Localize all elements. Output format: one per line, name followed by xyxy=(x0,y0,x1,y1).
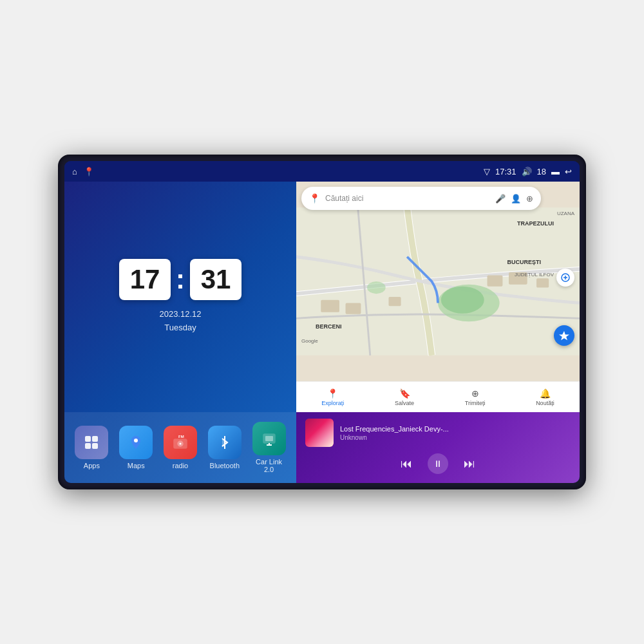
bucuresti-label: BUCUREȘTI xyxy=(507,259,541,265)
music-player: Lost Frequencies_Janieck Devy-... Unknow… xyxy=(296,412,580,483)
apps-icon xyxy=(75,426,108,459)
right-panel: 📍 Căutați aici 🎤 👤 ⊕ UZANA TRAPEZULUI BU… xyxy=(296,182,580,483)
date-display: 2023.12.12 Tuesday xyxy=(159,308,201,335)
maps-status-icon[interactable]: 📍 xyxy=(84,167,94,176)
music-text: Lost Frequencies_Janieck Devy-... Unknow… xyxy=(340,425,571,441)
trimiteți-icon: ⊕ xyxy=(471,388,479,399)
clock-separator: : xyxy=(176,264,185,295)
clock-display: 17 : 31 xyxy=(119,259,242,300)
svg-rect-21 xyxy=(388,297,401,306)
svg-rect-20 xyxy=(346,303,361,314)
signal-icon: ▽ xyxy=(484,167,490,176)
carlink-icon xyxy=(252,422,286,455)
map-search-icons: 🎤 👤 ⊕ xyxy=(495,194,533,204)
date-value: 2023.12.12 xyxy=(159,308,201,321)
uzana-label: UZANA xyxy=(557,211,574,216)
explorați-label: Explorați xyxy=(321,400,344,406)
bluetooth-label: Bluetooth xyxy=(210,462,240,469)
maps-icon xyxy=(119,426,153,459)
clock-widget: 17 : 31 2023.12.12 Tuesday xyxy=(64,182,296,412)
nav-noutăți[interactable]: 🔔 Noutăți xyxy=(536,388,554,406)
svg-rect-0 xyxy=(85,436,91,442)
home-icon[interactable]: ⌂ xyxy=(72,167,77,176)
app-item-maps[interactable]: Maps xyxy=(115,422,157,473)
volume-icon: 🔊 xyxy=(522,167,532,176)
map-section[interactable]: 📍 Căutați aici 🎤 👤 ⊕ UZANA TRAPEZULUI BU… xyxy=(296,182,580,381)
svg-point-18 xyxy=(367,281,386,294)
maps-label: Maps xyxy=(128,462,145,469)
map-navigate-button[interactable] xyxy=(554,325,574,346)
map-zoom-button[interactable] xyxy=(556,269,574,287)
svg-rect-2 xyxy=(85,443,91,449)
explorați-icon: 📍 xyxy=(327,388,338,399)
svg-point-5 xyxy=(134,439,138,442)
svg-rect-1 xyxy=(92,436,98,442)
carlink-label: Car Link 2.0 xyxy=(251,458,287,473)
radio-label: radio xyxy=(173,462,188,469)
radio-icon: FM xyxy=(164,426,197,459)
nav-explorați[interactable]: 📍 Explorați xyxy=(321,388,344,406)
layers-icon[interactable]: ⊕ xyxy=(526,194,533,204)
music-thumb-image xyxy=(305,419,334,447)
screen: ⌂ 📍 ▽ 17:31 🔊 18 ▬ ↩ 17 : xyxy=(64,161,580,483)
status-bar-left: ⌂ 📍 xyxy=(72,167,94,176)
apps-label: Apps xyxy=(84,462,100,469)
volume-level: 18 xyxy=(537,167,546,176)
google-label: Google xyxy=(301,338,318,344)
left-panel: 17 : 31 2023.12.12 Tuesday xyxy=(64,182,296,483)
salvate-label: Salvate xyxy=(395,400,414,406)
svg-rect-12 xyxy=(265,436,273,441)
map-bottom-nav: 📍 Explorați 🔖 Salvate ⊕ Trimiteți 🔔 Nout… xyxy=(296,381,580,412)
nav-trimiteți[interactable]: ⊕ Trimiteți xyxy=(465,388,486,406)
next-button[interactable]: ⏭ xyxy=(464,457,475,471)
map-pin-icon: 📍 xyxy=(309,193,320,204)
trapezului-label: TRAPEZULUI xyxy=(517,220,554,227)
svg-rect-22 xyxy=(488,275,503,286)
status-time: 17:31 xyxy=(495,167,516,176)
back-icon[interactable]: ↩ xyxy=(565,167,572,176)
status-bar: ⌂ 📍 ▽ 17:31 🔊 18 ▬ ↩ xyxy=(64,161,580,182)
bluetooth-icon xyxy=(208,426,242,459)
music-artist: Unknown xyxy=(340,434,571,441)
salvate-icon: 🔖 xyxy=(399,388,410,399)
svg-rect-24 xyxy=(536,278,549,287)
clock-hours: 17 xyxy=(119,259,171,300)
ilfov-label: JUDEȚUL ILFOV xyxy=(515,272,554,278)
music-info: Lost Frequencies_Janieck Devy-... Unknow… xyxy=(305,419,571,447)
music-title: Lost Frequencies_Janieck Devy-... xyxy=(340,425,571,433)
noutăți-icon: 🔔 xyxy=(540,388,551,399)
app-bar: Apps Maps xyxy=(64,412,296,483)
play-pause-button[interactable]: ⏸ xyxy=(428,453,448,474)
noutăți-label: Noutăți xyxy=(536,400,554,406)
main-content: 17 : 31 2023.12.12 Tuesday xyxy=(64,182,580,483)
app-item-bluetooth[interactable]: Bluetooth xyxy=(204,422,245,473)
battery-icon: ▬ xyxy=(551,167,560,176)
svg-text:FM: FM xyxy=(178,435,184,439)
clock-minutes: 31 xyxy=(190,259,242,300)
map-search-bar[interactable]: 📍 Căutați aici 🎤 👤 ⊕ xyxy=(301,187,541,210)
day-value: Tuesday xyxy=(159,321,201,335)
svg-rect-19 xyxy=(321,300,339,312)
app-item-carlink[interactable]: Car Link 2.0 xyxy=(248,418,290,477)
trimiteți-label: Trimiteți xyxy=(465,400,486,406)
status-bar-right: ▽ 17:31 🔊 18 ▬ ↩ xyxy=(484,167,572,176)
music-controls: ⏮ ⏸ ⏭ xyxy=(305,453,571,474)
mic-icon[interactable]: 🎤 xyxy=(495,194,506,204)
device: ⌂ 📍 ▽ 17:31 🔊 18 ▬ ↩ 17 : xyxy=(58,155,586,489)
prev-button[interactable]: ⏮ xyxy=(401,457,412,471)
svg-rect-3 xyxy=(92,443,98,449)
svg-point-17 xyxy=(441,287,484,314)
svg-point-8 xyxy=(179,443,181,445)
account-icon[interactable]: 👤 xyxy=(511,194,521,204)
nav-salvate[interactable]: 🔖 Salvate xyxy=(395,388,414,406)
berceni-label: BERCENI xyxy=(316,323,342,330)
map-search-text[interactable]: Căutați aici xyxy=(325,194,490,203)
app-item-apps[interactable]: Apps xyxy=(71,422,113,473)
app-item-radio[interactable]: FM radio xyxy=(160,422,202,473)
music-thumbnail xyxy=(305,419,334,447)
